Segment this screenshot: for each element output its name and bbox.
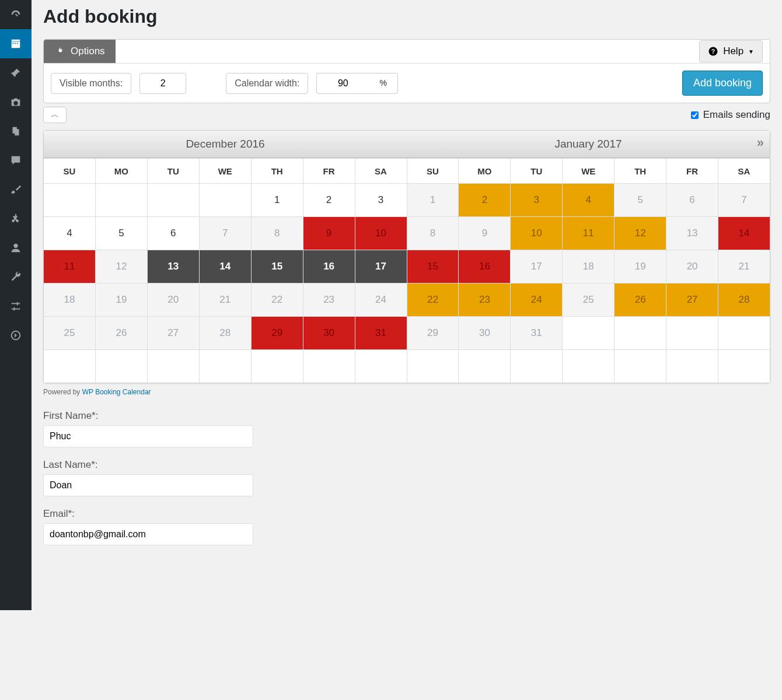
calendar-day[interactable]: 29 [407, 317, 459, 349]
calendar-day[interactable]: 6 [666, 184, 718, 216]
calendar-day [459, 350, 510, 383]
visible-months-input[interactable] [139, 73, 186, 94]
add-booking-button[interactable]: Add booking [682, 71, 763, 96]
sidebar-tools[interactable] [0, 262, 32, 292]
calendar-day[interactable]: 25 [44, 317, 95, 349]
calendar-day[interactable]: 16 [459, 250, 510, 283]
calendar-day[interactable]: 3 [511, 184, 562, 216]
sidebar-settings[interactable] [0, 292, 32, 321]
help-button[interactable]: ? Help ▼ [699, 40, 763, 62]
calendar-day[interactable]: 23 [303, 284, 355, 316]
powered-by: Powered by WP Booking Calendar [43, 388, 770, 396]
calendar-day[interactable]: 16 [303, 250, 355, 283]
calendar-day[interactable]: 14 [200, 250, 251, 283]
calendar-day[interactable]: 11 [44, 250, 95, 283]
calendar-day[interactable]: 2 [459, 184, 510, 216]
calendar-day [200, 350, 251, 383]
calendar-day[interactable]: 31 [355, 317, 407, 349]
calendar-width-input[interactable] [316, 73, 369, 94]
calendar-day[interactable]: 27 [148, 317, 199, 349]
calendar-width-unit[interactable]: % [369, 73, 397, 94]
plug-icon [9, 212, 22, 225]
calendar-day[interactable]: 26 [615, 284, 666, 316]
calendar-day[interactable]: 30 [459, 317, 510, 349]
calendar-day[interactable]: 20 [148, 284, 199, 316]
calendar-day[interactable]: 18 [44, 284, 95, 316]
visible-months-label: Visible months: [51, 73, 131, 94]
calendar-day[interactable]: 10 [511, 217, 562, 250]
emails-sending-checkbox[interactable] [691, 111, 699, 119]
calendar-day[interactable]: 19 [96, 284, 147, 316]
calendar-day[interactable]: 7 [200, 217, 251, 250]
calendar-day[interactable]: 21 [718, 250, 770, 283]
calendar-day[interactable]: 2 [303, 184, 355, 216]
calendar-day[interactable]: 28 [718, 284, 770, 316]
calendar-day[interactable]: 6 [148, 217, 199, 250]
calendar-day[interactable]: 28 [200, 317, 251, 349]
calendar-day[interactable]: 12 [615, 217, 666, 250]
weekday-header: MO [459, 159, 510, 183]
calendar-day[interactable]: 20 [666, 250, 718, 283]
calendar-day[interactable]: 22 [407, 284, 459, 316]
last-name-input[interactable] [43, 474, 253, 496]
powered-link[interactable]: WP Booking Calendar [82, 388, 151, 396]
calendar-day[interactable]: 12 [96, 250, 147, 283]
calendar-day[interactable]: 9 [459, 217, 510, 250]
calendar-day [96, 350, 147, 383]
next-month-button[interactable]: » [757, 135, 764, 150]
emails-sending-toggle[interactable]: Emails sending [691, 109, 770, 121]
sidebar-comments[interactable] [0, 146, 32, 175]
calendar-day[interactable]: 25 [563, 284, 614, 316]
calendar-day[interactable]: 11 [563, 217, 614, 250]
calendar-day [96, 184, 147, 216]
calendar-day[interactable]: 30 [303, 317, 355, 349]
calendar-day[interactable]: 10 [355, 217, 407, 250]
calendar-day[interactable]: 31 [511, 317, 562, 349]
sidebar-collapse[interactable] [0, 321, 32, 350]
calendar-day[interactable]: 5 [615, 184, 666, 216]
sidebar-booking[interactable] [0, 29, 32, 58]
calendar-day[interactable]: 24 [355, 284, 407, 316]
sidebar-plugins[interactable] [0, 204, 32, 233]
first-name-input[interactable] [43, 425, 253, 447]
calendar-day[interactable]: 8 [407, 217, 459, 250]
calendar-day[interactable]: 15 [407, 250, 459, 283]
calendar-day[interactable]: 3 [355, 184, 407, 216]
calendar-day[interactable]: 4 [44, 217, 95, 250]
calendar-day[interactable]: 9 [303, 217, 355, 250]
options-tab[interactable]: Options [44, 40, 116, 63]
calendar-day[interactable]: 4 [563, 184, 614, 216]
calendar-day[interactable]: 26 [96, 317, 147, 349]
calendar-day[interactable]: 27 [666, 284, 718, 316]
sidebar-media[interactable] [0, 88, 32, 117]
sidebar-appearance[interactable] [0, 175, 32, 204]
calendar-day[interactable]: 1 [252, 184, 303, 216]
sidebar-posts[interactable] [0, 58, 32, 88]
calendar-day[interactable]: 17 [355, 250, 407, 283]
calendar-day[interactable]: 13 [666, 217, 718, 250]
sidebar-pages[interactable] [0, 117, 32, 146]
calendar-day [44, 350, 95, 383]
calendar-day[interactable]: 1 [407, 184, 459, 216]
sidebar-dashboard[interactable] [0, 0, 32, 29]
calendar-day [563, 317, 614, 349]
collapse-options-button[interactable]: ︿ [43, 107, 67, 123]
calendar-day[interactable]: 19 [615, 250, 666, 283]
calendar-day[interactable]: 5 [96, 217, 147, 250]
calendar-day[interactable]: 18 [563, 250, 614, 283]
sidebar-users[interactable] [0, 233, 32, 262]
calendar-day[interactable]: 23 [459, 284, 510, 316]
email-input[interactable] [43, 523, 253, 545]
calendar-day[interactable]: 29 [252, 317, 303, 349]
calendar-day[interactable]: 24 [511, 284, 562, 316]
calendar-day [252, 350, 303, 383]
calendar-day[interactable]: 13 [148, 250, 199, 283]
calendar-day[interactable]: 15 [252, 250, 303, 283]
calendar-day[interactable]: 14 [718, 217, 770, 250]
calendar-day[interactable]: 7 [718, 184, 770, 216]
calendar-day[interactable]: 22 [252, 284, 303, 316]
calendar-day[interactable]: 17 [511, 250, 562, 283]
user-icon [9, 242, 22, 254]
calendar-day[interactable]: 8 [252, 217, 303, 250]
calendar-day[interactable]: 21 [200, 284, 251, 316]
